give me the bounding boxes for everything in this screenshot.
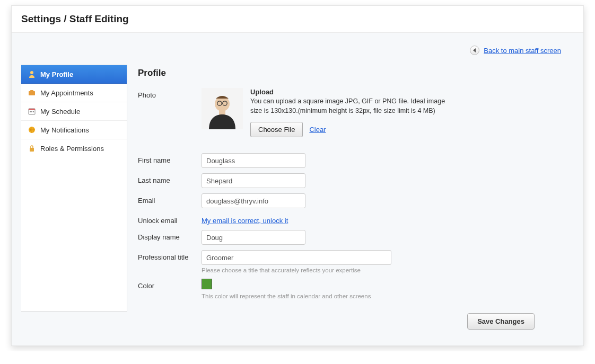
sidebar-item-label: My Notifications: [40, 126, 89, 134]
sidebar: My Profile My Appointments My Schedule: [21, 65, 127, 312]
label-display-name: Display name: [138, 230, 202, 241]
row-display-name: Display name: [138, 230, 563, 245]
row-email: Email: [138, 193, 563, 208]
section-title: Profile: [138, 68, 563, 78]
svg-rect-7: [31, 111, 32, 112]
unlock-email-link[interactable]: My email is correct, unlock it: [202, 217, 288, 225]
row-color: Color This color will represent the staf…: [138, 279, 563, 299]
upload-description: You can upload a square image JPG, GIF o…: [250, 97, 452, 116]
last-name-input[interactable]: [202, 173, 305, 188]
save-changes-button[interactable]: Save Changes: [467, 313, 535, 330]
label-first-name: First name: [138, 153, 202, 164]
back-button[interactable]: Back to main staff screen: [470, 46, 561, 55]
svg-rect-10: [30, 148, 34, 152]
page: Settings / Staff Editing Back to main st…: [11, 5, 584, 346]
user-icon: [28, 70, 36, 78]
svg-rect-5: [29, 109, 35, 110]
back-arrow-icon: [470, 46, 479, 55]
photo-thumbnail: [202, 88, 243, 129]
email-input[interactable]: [202, 193, 305, 208]
back-row: Back to main staff screen: [21, 41, 574, 65]
row-professional-title: Professional title Please choose a title…: [138, 250, 563, 273]
sidebar-item-label: My Schedule: [40, 108, 80, 116]
professional-title-hint: Please choose a title that accurately re…: [202, 267, 563, 273]
row-last-name: Last name: [138, 173, 563, 188]
sidebar-item-my-notifications[interactable]: My Notifications: [21, 121, 127, 139]
svg-rect-6: [30, 111, 31, 112]
label-unlock-email: Unlock email: [138, 214, 202, 225]
upload-title: Upload: [250, 88, 452, 96]
main: My Profile My Appointments My Schedule: [21, 65, 574, 330]
sidebar-item-roles-permissions[interactable]: Roles & Permissions: [21, 139, 127, 157]
sidebar-item-my-schedule[interactable]: My Schedule: [21, 102, 127, 121]
svg-point-12: [215, 96, 230, 111]
clear-link[interactable]: Clear: [309, 126, 326, 134]
form-area: Profile Photo: [138, 65, 574, 330]
first-name-input[interactable]: [202, 153, 305, 168]
svg-rect-2: [29, 91, 35, 95]
svg-marker-0: [473, 48, 476, 52]
sidebar-item-label: My Appointments: [40, 89, 93, 97]
briefcase-icon: [28, 88, 36, 97]
back-link-label: Back to main staff screen: [484, 47, 561, 55]
content-wrap: Back to main staff screen My Profile My …: [12, 33, 583, 345]
color-hint: This color will represent the staff in c…: [202, 293, 563, 299]
label-color: Color: [138, 279, 202, 290]
svg-rect-3: [30, 90, 33, 92]
label-photo: Photo: [138, 88, 202, 99]
svg-rect-8: [33, 111, 34, 112]
row-unlock-email: Unlock email My email is correct, unlock…: [138, 214, 563, 225]
globe-icon: [28, 126, 36, 134]
professional-title-input[interactable]: [202, 250, 391, 265]
row-first-name: First name: [138, 153, 563, 168]
calendar-icon: [28, 107, 36, 116]
sidebar-item-my-profile[interactable]: My Profile: [21, 65, 127, 84]
sidebar-item-label: My Profile: [40, 70, 73, 78]
label-professional-title: Professional title: [138, 250, 202, 261]
color-swatch[interactable]: [202, 279, 212, 289]
page-header: Settings / Staff Editing: [12, 6, 583, 33]
save-row: Save Changes: [138, 313, 563, 330]
page-title: Settings / Staff Editing: [21, 13, 574, 25]
svg-point-1: [30, 71, 33, 74]
label-email: Email: [138, 193, 202, 205]
label-last-name: Last name: [138, 173, 202, 184]
lock-icon: [28, 144, 36, 153]
sidebar-item-label: Roles & Permissions: [40, 145, 104, 153]
choose-file-button[interactable]: Choose File: [250, 122, 303, 137]
photo-text: Upload You can upload a square image JPG…: [250, 88, 452, 137]
row-photo: Photo: [138, 88, 563, 137]
display-name-input[interactable]: [202, 230, 305, 245]
sidebar-item-my-appointments[interactable]: My Appointments: [21, 84, 127, 102]
